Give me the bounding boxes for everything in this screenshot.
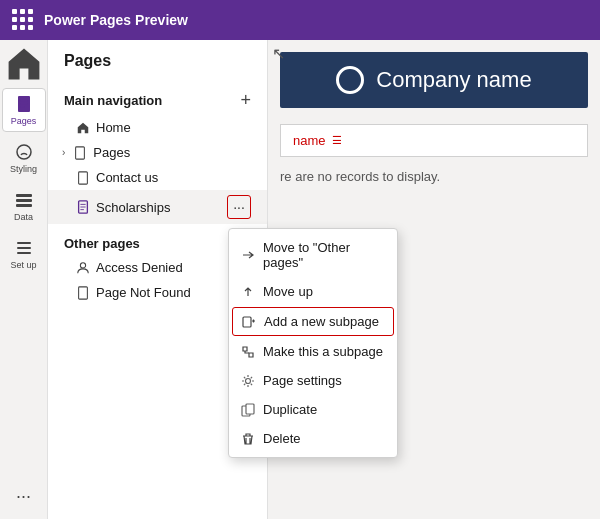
nav-item-scholarships-label: Scholarships (96, 200, 170, 215)
sidebar-item-styling-label: Styling (10, 164, 37, 174)
context-move-up[interactable]: Move up (229, 277, 397, 306)
context-page-settings[interactable]: Page settings (229, 366, 397, 395)
nav-item-access-denied-label: Access Denied (96, 260, 183, 275)
company-banner: Company name (280, 52, 588, 108)
nav-item-home-label: Home (96, 120, 131, 135)
sidebar-item-setup[interactable]: Set up (2, 232, 46, 276)
svg-rect-12 (79, 171, 88, 183)
nav-item-pages-label: Pages (93, 145, 130, 160)
context-page-settings-label: Page settings (263, 373, 342, 388)
svg-rect-19 (243, 317, 251, 327)
app-title: Power Pages Preview (44, 12, 188, 28)
top-bar: Power Pages Preview (0, 0, 600, 40)
context-add-subpage-label: Add a new subpage (264, 314, 379, 329)
context-delete[interactable]: Delete (229, 424, 397, 453)
svg-rect-7 (16, 204, 32, 207)
context-menu: Move to "Other pages" Move up Add a new … (228, 228, 398, 458)
svg-rect-9 (17, 247, 31, 249)
nav-item-home[interactable]: Home (48, 115, 267, 140)
svg-rect-11 (76, 146, 85, 158)
svg-rect-8 (17, 242, 31, 244)
context-duplicate-label: Duplicate (263, 402, 317, 417)
context-duplicate[interactable]: Duplicate (229, 395, 397, 424)
sidebar-item-data-label: Data (14, 212, 33, 222)
main-nav-label: Main navigation (64, 93, 162, 108)
nav-item-pages[interactable]: › Pages (48, 140, 267, 165)
scholarships-ellipsis-button[interactable]: ··· (227, 195, 251, 219)
svg-rect-18 (79, 286, 88, 298)
field-name-label: name (293, 133, 326, 148)
svg-point-17 (80, 262, 85, 267)
context-delete-label: Delete (263, 431, 301, 446)
app-grid-icon[interactable] (12, 9, 34, 31)
context-make-subpage-label: Make this a subpage (263, 344, 383, 359)
svg-rect-3 (20, 106, 25, 108)
sidebar-item-pages[interactable]: Pages (2, 88, 46, 132)
svg-rect-5 (16, 194, 32, 197)
svg-rect-10 (17, 252, 31, 254)
context-move-up-label: Move up (263, 284, 313, 299)
filter-icon: ☰ (332, 134, 342, 147)
nav-item-contact-label: Contact us (96, 170, 158, 185)
sidebar-item-styling[interactable]: Styling (2, 136, 46, 180)
sidebar-item-data[interactable]: Data (2, 184, 46, 228)
main-layout: Pages Styling Data Set up ··· (0, 40, 600, 519)
sidebar-item-setup-label: Set up (10, 260, 36, 270)
sidebar-item-home[interactable] (2, 48, 46, 80)
svg-rect-6 (16, 199, 32, 202)
svg-rect-1 (20, 100, 28, 102)
context-move-other[interactable]: Move to "Other pages" (229, 233, 397, 277)
sidebar-item-pages-label: Pages (11, 116, 37, 126)
company-name-label: Company name (376, 67, 531, 93)
pages-panel-title: Pages (48, 52, 267, 82)
svg-point-4 (17, 145, 31, 159)
no-records-text: re are no records to display. (268, 161, 600, 192)
svg-point-20 (246, 378, 251, 383)
main-nav-header: Main navigation + (48, 82, 267, 115)
context-add-subpage[interactable]: Add a new subpage (232, 307, 394, 336)
context-move-other-label: Move to "Other pages" (263, 240, 385, 270)
content-name-row: name ☰ (280, 124, 588, 157)
add-nav-item-button[interactable]: + (240, 90, 251, 111)
sidebar-more[interactable]: ··· (16, 486, 31, 507)
pages-panel: Pages Main navigation + Home › Pages Con… (48, 40, 268, 519)
nav-item-scholarships[interactable]: Scholarships ··· (48, 190, 267, 224)
svg-rect-2 (20, 103, 28, 105)
chevron-right-icon: › (62, 147, 65, 158)
svg-rect-22 (246, 404, 254, 414)
nav-item-contact[interactable]: Contact us (48, 165, 267, 190)
context-make-subpage[interactable]: Make this a subpage (229, 337, 397, 366)
resize-icon: ↖ (272, 44, 285, 63)
company-logo-circle (336, 66, 364, 94)
sidebar-icons: Pages Styling Data Set up ··· (0, 40, 48, 519)
nav-item-not-found-label: Page Not Found (96, 285, 191, 300)
